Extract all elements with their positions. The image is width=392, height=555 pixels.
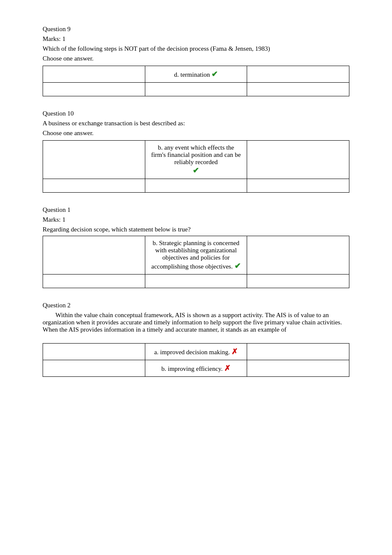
question-1-marks: Marks: 1	[43, 216, 349, 223]
question-9-marks: Marks: 1	[43, 35, 349, 43]
question-9-label: Question 9	[43, 26, 349, 33]
question-1-block: Question 1 Marks: 1 Regarding decision s…	[43, 206, 349, 288]
table-row: d. termination ✔	[43, 66, 349, 83]
answer-text: d. termination	[174, 71, 212, 78]
table-row-a: a. improved decision making. ✗	[43, 344, 349, 360]
cell-empty	[43, 275, 145, 288]
question-9-block: Question 9 Marks: 1 Which of the followi…	[43, 26, 349, 96]
table-row-empty	[43, 275, 349, 288]
check-icon: ✔	[193, 166, 199, 175]
check-icon: ✔	[234, 262, 241, 270]
answer-text: b. Strategic planning is concerned with …	[151, 240, 239, 270]
answer-b-text: b. improving efficiency.	[161, 365, 224, 372]
cell-empty	[247, 83, 349, 96]
question-2-label: Question 2	[43, 302, 349, 309]
cell-answer: b. Strategic planning is concerned with …	[145, 236, 247, 275]
cross-icon-a: ✗	[231, 347, 238, 356]
cell-empty	[145, 275, 247, 288]
table-row-b: b. improving efficiency. ✗	[43, 360, 349, 377]
cell-empty	[43, 179, 145, 193]
question-9-text: Which of the following steps is NOT part…	[43, 45, 349, 52]
question-10-block: Question 10 A business or exchange trans…	[43, 110, 349, 193]
question-10-instruction: Choose one answer.	[43, 130, 349, 137]
cell-empty-left	[43, 344, 145, 360]
answer-text: b. any event which effects the firm's fi…	[151, 144, 241, 165]
cell-empty-right	[247, 236, 349, 275]
cell-empty-right	[247, 344, 349, 360]
question-2-table: a. improved decision making. ✗ b. improv…	[43, 343, 349, 377]
table-row: b. any event which effects the firm's fi…	[43, 141, 349, 179]
cell-answer: b. any event which effects the firm's fi…	[145, 141, 247, 179]
check-icon: ✔	[211, 70, 218, 78]
cell-empty	[43, 83, 145, 96]
cell-empty	[247, 275, 349, 288]
cross-icon-b: ✗	[224, 364, 231, 373]
cell-answer-a: a. improved decision making. ✗	[145, 344, 247, 360]
cell-empty-left	[43, 360, 145, 377]
cell-empty-right	[247, 141, 349, 179]
cell-empty-right	[247, 360, 349, 377]
cell-empty-left	[43, 141, 145, 179]
table-row-empty	[43, 179, 349, 193]
question-9-instruction: Choose one answer.	[43, 55, 349, 62]
question-1-label: Question 1	[43, 206, 349, 214]
question-2-text: Within the value chain conceptual framew…	[43, 312, 349, 333]
cell-empty	[247, 179, 349, 193]
cell-empty	[145, 179, 247, 193]
cell-empty	[145, 83, 247, 96]
question-9-table: d. termination ✔	[43, 66, 349, 96]
question-10-label: Question 10	[43, 110, 349, 117]
question-10-text: A business or exchange transaction is be…	[43, 120, 349, 127]
cell-answer-b: b. improving efficiency. ✗	[145, 360, 247, 377]
question-2-block: Question 2 Within the value chain concep…	[43, 302, 349, 377]
table-row: b. Strategic planning is concerned with …	[43, 236, 349, 275]
question-10-table: b. any event which effects the firm's fi…	[43, 140, 349, 193]
question-1-text: Regarding decision scope, which statemen…	[43, 226, 349, 233]
answer-a-text: a. improved decision making.	[154, 349, 232, 356]
table-row-empty	[43, 83, 349, 96]
cell-empty-left	[43, 66, 145, 83]
question-1-table: b. Strategic planning is concerned with …	[43, 236, 349, 288]
question-1-wrapper: www.bdocx.com Question 1 Marks: 1 Regard…	[43, 206, 349, 288]
cell-empty-right	[247, 66, 349, 83]
cell-answer: d. termination ✔	[145, 66, 247, 83]
cell-empty-left	[43, 236, 145, 275]
